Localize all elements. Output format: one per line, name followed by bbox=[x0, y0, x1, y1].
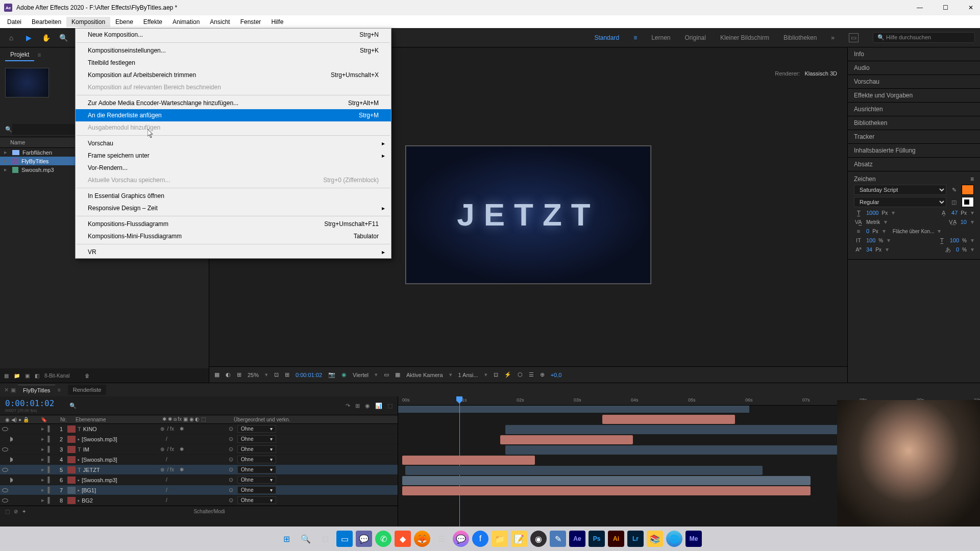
menu-item[interactable]: Vorschau bbox=[76, 137, 391, 149]
close-tab-icon[interactable]: ✕ bbox=[4, 387, 9, 393]
workspace-menu-icon[interactable]: ≡ bbox=[633, 34, 637, 41]
bitdepth-label[interactable]: 8-Bit-Kanal bbox=[44, 373, 69, 379]
interpret-icon[interactable]: ▦ bbox=[4, 373, 9, 379]
facebook-icon[interactable]: f bbox=[472, 531, 488, 547]
shy-icon[interactable]: ↷ bbox=[346, 403, 350, 409]
menu-ebene[interactable]: Ebene bbox=[110, 17, 138, 27]
panel-menu-icon[interactable]: ≡ bbox=[970, 176, 974, 183]
graph-editor-icon[interactable]: 📊 bbox=[375, 403, 382, 409]
media-encoder-icon[interactable]: Me bbox=[685, 531, 702, 547]
menu-bearbeiten[interactable]: Bearbeiten bbox=[27, 17, 66, 27]
timeline-layer[interactable]: ▸ ▐4▪[Swoosh.mp3] / ⊙Ohne▾ bbox=[0, 455, 398, 465]
zoom-dropdown[interactable]: 25% bbox=[248, 372, 259, 378]
after-effects-icon[interactable]: Ae bbox=[569, 531, 585, 547]
trash-icon[interactable]: 🗑 bbox=[85, 373, 90, 379]
explorer-icon[interactable]: 📁 bbox=[492, 531, 508, 547]
font-style-select[interactable]: Regular bbox=[854, 197, 946, 207]
leading-value[interactable]: 47 bbox=[951, 210, 958, 216]
switches-modes-toggle[interactable]: Schalter/Modi bbox=[26, 509, 393, 514]
menu-item[interactable]: Kompositions-Mini-FlussdiagrammTabulator bbox=[76, 230, 391, 242]
panel-header[interactable]: Bibliotheken bbox=[848, 116, 980, 130]
menu-item[interactable]: Kompositions-FlussdiagrammStrg+Umschalt+… bbox=[76, 218, 391, 230]
home-button[interactable]: ⌂ bbox=[5, 32, 17, 44]
menu-item[interactable]: VR bbox=[76, 246, 391, 258]
timeline-layer[interactable]: ▸ ▐8▪BG2 / ⊙Ohne▾ bbox=[0, 495, 398, 506]
panel-header[interactable]: Info bbox=[848, 47, 980, 61]
close-button[interactable]: ✕ bbox=[966, 3, 976, 13]
selection-tool[interactable]: ▶ bbox=[22, 32, 35, 44]
menu-item[interactable]: Responsive Design – Zeit bbox=[76, 202, 391, 214]
tsume-value[interactable]: 0 bbox=[956, 246, 959, 253]
views-dropdown[interactable]: 1 Ansi... bbox=[458, 372, 478, 378]
frame-blend-icon[interactable]: ⊞ bbox=[355, 403, 360, 409]
guides-icon[interactable]: ⊞ bbox=[237, 371, 241, 378]
menu-item[interactable]: Komposition auf Arbeitsbereich trimmenSt… bbox=[76, 69, 391, 81]
layer-bar[interactable] bbox=[602, 415, 735, 424]
3d-icon[interactable]: ⬡ bbox=[518, 371, 523, 378]
messenger-icon[interactable]: 💬 bbox=[453, 531, 469, 547]
firefox-icon[interactable]: 🦊 bbox=[414, 531, 430, 547]
snapshot-icon[interactable]: 📷 bbox=[328, 371, 335, 378]
lightroom-icon[interactable]: Lr bbox=[627, 531, 644, 547]
menu-ansicht[interactable]: Ansicht bbox=[205, 17, 235, 27]
font-family-select[interactable]: Saturday Script bbox=[854, 185, 946, 195]
flowchart-icon[interactable]: ⊕ bbox=[540, 371, 545, 378]
alpha-toggle-icon[interactable]: ◐ bbox=[226, 371, 231, 378]
toggle-switches-icon[interactable]: ⬚ bbox=[5, 509, 10, 514]
menu-item[interactable]: In Essential Graphics öffnen bbox=[76, 190, 391, 202]
panel-header[interactable]: Vorschau bbox=[848, 75, 980, 89]
workspace-panel-icon[interactable]: ▭ bbox=[849, 33, 859, 42]
layer-bar[interactable] bbox=[402, 456, 535, 465]
exposure-value[interactable]: +0,0 bbox=[551, 372, 562, 378]
menu-item[interactable]: Neue Komposition...Strg+N bbox=[76, 29, 391, 41]
timeline-layer[interactable]: ▸ ▐6▪[Swoosh.mp3] / ⊙Ohne▾ bbox=[0, 475, 398, 485]
stroke-option[interactable]: Fläche über Kon... bbox=[893, 229, 935, 234]
app-icon-3[interactable]: 📚 bbox=[647, 531, 663, 547]
menu-item[interactable]: Titelbild festlegen bbox=[76, 57, 391, 69]
start-button[interactable]: ⊞ bbox=[278, 531, 295, 547]
pixel-aspect-icon[interactable]: ⊡ bbox=[494, 371, 498, 378]
transparency-icon[interactable]: ▦ bbox=[395, 371, 400, 378]
photoshop-icon[interactable]: Ps bbox=[589, 531, 605, 547]
obs-icon[interactable]: ◉ bbox=[530, 531, 547, 547]
notes-icon[interactable]: 📝 bbox=[511, 531, 527, 547]
task-view-icon[interactable]: ⊡ bbox=[317, 531, 333, 547]
menu-item[interactable]: Vor-Rendern... bbox=[76, 162, 391, 174]
workspace-overflow[interactable]: » bbox=[831, 34, 835, 41]
timeline-layer[interactable]: ▸ ▐2▪[Swoosh.mp3] / ⊙Ohne▾ bbox=[0, 434, 398, 444]
menu-animation[interactable]: Animation bbox=[167, 17, 205, 27]
panel-header[interactable]: Audio bbox=[848, 61, 980, 75]
panel-header[interactable]: Inhaltsbasierte Füllung bbox=[848, 144, 980, 158]
workspace-standard[interactable]: Standard bbox=[594, 34, 619, 41]
panel-header[interactable]: Absatz bbox=[848, 158, 980, 171]
comp-marker-icon[interactable]: ▣ bbox=[11, 387, 16, 393]
layer-bar[interactable] bbox=[402, 476, 811, 485]
layer-bar[interactable] bbox=[500, 435, 633, 444]
menu-item[interactable]: Zur Adobe Media Encoder-Warteschlange hi… bbox=[76, 97, 391, 109]
timeline-tab-render[interactable]: Renderliste bbox=[68, 385, 107, 395]
camera-dropdown[interactable]: Aktive Kamera bbox=[406, 372, 443, 378]
stroke-color-swatch[interactable] bbox=[962, 197, 974, 207]
motion-blur-icon[interactable]: ◉ bbox=[365, 403, 370, 409]
new-comp-icon[interactable]: ▣ bbox=[25, 373, 30, 379]
menu-hilfe[interactable]: Hilfe bbox=[266, 17, 288, 27]
res-full-icon[interactable]: ⊡ bbox=[274, 371, 279, 378]
tracking-value[interactable]: 10 bbox=[961, 219, 967, 225]
minimize-button[interactable]: — bbox=[915, 3, 925, 13]
panel-header[interactable]: Effekte und Vorgaben bbox=[848, 89, 980, 103]
effects-tab-stub[interactable]: ≡ bbox=[37, 52, 41, 59]
layer-bar[interactable] bbox=[405, 466, 763, 475]
maximize-button[interactable]: ☐ bbox=[940, 3, 950, 13]
hand-tool[interactable]: ✋ bbox=[40, 32, 52, 44]
project-tab[interactable]: Projekt bbox=[5, 49, 34, 61]
eyedropper-icon[interactable]: ✎ bbox=[949, 186, 959, 193]
hscale-value[interactable]: 100 bbox=[950, 237, 959, 243]
vscale-value[interactable]: 100 bbox=[866, 237, 875, 243]
menu-datei[interactable]: Datei bbox=[2, 17, 27, 27]
taskbar-search-icon[interactable]: 🔍 bbox=[298, 531, 314, 547]
mask-toggle-icon[interactable]: ▦ bbox=[214, 371, 219, 378]
baseline-value[interactable]: 34 bbox=[866, 246, 872, 253]
timeline-tab-comp[interactable]: FlyByTitles bbox=[18, 385, 55, 395]
menu-item[interactable]: An die Renderliste anfügenStrg+M bbox=[76, 109, 391, 121]
grid-icon[interactable]: ⊞ bbox=[285, 371, 289, 378]
